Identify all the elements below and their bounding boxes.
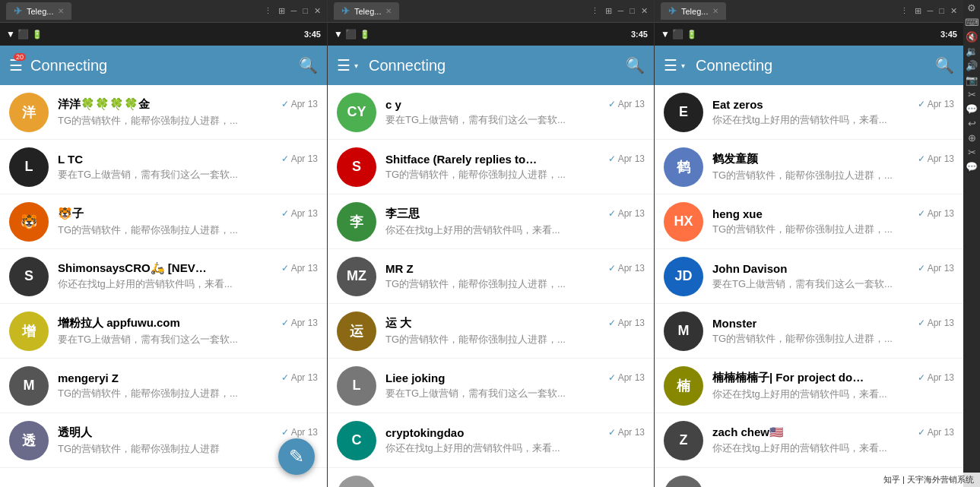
tab-close-middle[interactable]: ✕ xyxy=(385,7,392,15)
chrome-maximize-middle[interactable]: □ xyxy=(630,6,635,16)
fab-left[interactable]: ✎ xyxy=(278,438,315,475)
menu-icon-right[interactable]: ☰ ▾ xyxy=(664,56,688,74)
menu-icon-middle[interactable]: ☰ ▾ xyxy=(337,56,361,74)
search-icon-middle[interactable]: 🔍 xyxy=(626,56,645,74)
chat-preview-left-3: 你还在找tg上好用的营销软件吗，来看... xyxy=(58,277,318,291)
ctrl-mute[interactable]: 🔇 xyxy=(966,32,978,42)
chat-item-middle-7[interactable]: AlAl✓Apr 13 xyxy=(328,468,654,487)
chat-item-middle-1[interactable]: SShitface (Rarely replies to DMs)✓Apr 13… xyxy=(328,140,654,194)
search-icon-left[interactable]: 🔍 xyxy=(299,56,318,74)
chat-preview-middle-2: 你还在找tg上好用的营销软件吗，来看... xyxy=(385,223,645,237)
check-mark-right-2: ✓ xyxy=(918,208,925,219)
chat-header-row-left-0: 洋洋🍀🍀🍀🍀金✓Apr 13 xyxy=(58,97,318,112)
ctrl-cam[interactable]: 📷 xyxy=(966,75,978,85)
chat-item-left-3[interactable]: SShimonsaysCRO🛵 [NEVER D...✓Apr 13你还在找tg… xyxy=(0,249,327,304)
chat-name-middle-3: MR Z xyxy=(385,262,414,275)
header-title-left: Connecting xyxy=(30,57,291,74)
chat-item-right-5[interactable]: 楠楠楠楠楠子| For project dockin...✓Apr 13你还在找… xyxy=(655,359,963,413)
tab-telegram-middle[interactable]: ✈ Teleg... ✕ xyxy=(334,2,399,20)
chat-item-middle-3[interactable]: MZMR Z✓Apr 13TG的营销软件，能帮你强制拉人进群，... xyxy=(328,249,654,304)
chat-item-left-4[interactable]: 增增粉拉人 appfuwu.com✓Apr 13要在TG上做营销，需有我们这么一… xyxy=(0,304,327,359)
chrome-new-tab-right[interactable]: ⊞ xyxy=(915,6,921,16)
ctrl-add[interactable]: ⊕ xyxy=(968,133,976,143)
chat-preview-left-2: TG的营销软件，能帮你强制拉人进群，... xyxy=(58,223,318,237)
chrome-new-tab-middle[interactable]: ⊞ xyxy=(605,6,612,16)
chrome-close-right[interactable]: ✕ xyxy=(950,6,957,16)
chat-content-middle-2: 李三思✓Apr 13你还在找tg上好用的营销软件吗，来看... xyxy=(385,207,645,237)
date-text-left-4: Apr 13 xyxy=(291,318,318,328)
chat-item-middle-2[interactable]: 李李三思✓Apr 13你还在找tg上好用的营销软件吗，来看... xyxy=(328,194,654,249)
chat-preview-right-2: TG的营销软件，能帮你强制拉人进群，... xyxy=(712,223,954,236)
chat-item-left-0[interactable]: 洋洋洋🍀🍀🍀🍀金✓Apr 13TG的营销软件，能帮你强制拉人进群，... xyxy=(0,85,327,140)
chat-item-left-5[interactable]: Mmengeryi Z✓Apr 13TG的营销软件，能帮你强制拉人进群，... xyxy=(0,359,327,413)
chat-name-right-2: heng xue xyxy=(712,207,763,220)
chrome-close-left[interactable]: ✕ xyxy=(314,6,321,16)
chat-name-right-6: zach chew🇺🇸 xyxy=(712,425,784,439)
ctrl-gear[interactable]: ⚙ xyxy=(967,3,976,13)
chat-item-right-3[interactable]: JDJohn Davison✓Apr 13要在TG上做营销，需有我们这么一套软.… xyxy=(655,249,963,304)
ctrl-chat2[interactable]: 💬 xyxy=(966,162,978,172)
chat-item-middle-4[interactable]: 运运 大✓Apr 13TG的营销软件，能帮你强制拉人进群，... xyxy=(328,304,654,359)
tab-telegram-left[interactable]: ✈ Teleg... ✕ xyxy=(6,2,71,20)
menu-badge-middle: ▾ xyxy=(350,62,361,70)
chat-preview-right-3: 要在TG上做营销，需有我们这么一套软... xyxy=(712,277,954,291)
chrome-maximize-left[interactable]: □ xyxy=(303,6,308,16)
date-text-right-6: Apr 13 xyxy=(928,427,954,438)
wifi-icon-middle: ▼ ⬛ xyxy=(334,29,357,40)
chat-item-right-2[interactable]: HXheng xue✓Apr 13TG的营销软件，能帮你强制拉人进群，... xyxy=(655,194,963,249)
chrome-menu-right[interactable]: ⋮ xyxy=(900,6,909,16)
chat-item-right-4[interactable]: MMonster✓Apr 13TG的营销软件，能帮你强制拉人进群，... xyxy=(655,304,963,359)
chat-content-right-6: zach chew🇺🇸✓Apr 13你还在找tg上好用的营销软件吗，来看... xyxy=(712,425,954,455)
chrome-menu-middle[interactable]: ⋮ xyxy=(591,6,599,16)
panel-middle: ✈ Teleg... ✕ ⋮ ⊞ ─ □ ✕ ▼ ⬛ 🔋 3:45 xyxy=(327,0,654,487)
tab-telegram-right[interactable]: ✈ Teleg... ✕ xyxy=(661,2,726,20)
check-mark-left-5: ✓ xyxy=(281,372,289,383)
chat-content-left-1: L TC✓Apr 13要在TG上做营销，需有我们这么一套软... xyxy=(58,153,318,182)
ctrl-scissors[interactable]: ✂ xyxy=(968,90,976,100)
chat-name-right-1: 鹤发童颜 xyxy=(712,152,758,166)
chat-header-row-right-4: Monster✓Apr 13 xyxy=(712,317,954,330)
chrome-menu-left[interactable]: ⋮ xyxy=(264,6,272,16)
chrome-minimize-middle[interactable]: ─ xyxy=(618,6,624,16)
check-mark-left-6: ✓ xyxy=(281,427,289,438)
telegram-logo-middle: ✈ xyxy=(341,5,350,17)
chat-item-middle-6[interactable]: Ccryptokingdao✓Apr 13你还在找tg上好用的营销软件吗，来看.… xyxy=(328,413,654,468)
search-icon-right[interactable]: 🔍 xyxy=(935,56,954,74)
chat-item-right-6[interactable]: Zzach chew🇺🇸✓Apr 13你还在找tg上好用的营销软件吗，来看... xyxy=(655,413,963,468)
chat-item-left-1[interactable]: LL TC✓Apr 13要在TG上做营销，需有我们这么一套软... xyxy=(0,140,327,194)
chat-name-left-5: mengeryi Z xyxy=(58,372,119,384)
chat-item-right-1[interactable]: 鹤鹤发童颜✓Apr 13TG的营销软件，能帮你强制拉人进群，... xyxy=(655,140,963,194)
check-mark-middle-2: ✓ xyxy=(608,208,616,219)
ctrl-chat[interactable]: 💬 xyxy=(966,104,978,114)
check-mark-right-0: ✓ xyxy=(918,99,925,109)
chat-item-middle-0[interactable]: CYc y✓Apr 13要在TG上做营销，需有我们这么一套软... xyxy=(328,85,654,140)
avatar-right-5: 楠 xyxy=(664,366,703,406)
chrome-minimize-right[interactable]: ─ xyxy=(928,6,934,16)
menu-icon-left[interactable]: ☰ 20 xyxy=(9,56,23,74)
chat-item-left-2[interactable]: 🐯🐯子✓Apr 13TG的营销软件，能帮你强制拉人进群，... xyxy=(0,194,327,249)
check-mark-right-4: ✓ xyxy=(918,318,925,328)
chat-date-middle-4: ✓Apr 13 xyxy=(608,318,645,328)
chat-preview-left-1: 要在TG上做营销，需有我们这么一套软... xyxy=(58,168,318,182)
chat-header-row-middle-3: MR Z✓Apr 13 xyxy=(385,262,645,275)
chrome-minimize-left[interactable]: ─ xyxy=(291,6,297,16)
tab-close-left[interactable]: ✕ xyxy=(58,7,64,15)
ctrl-scissors2[interactable]: ✂ xyxy=(968,147,976,157)
chat-date-right-5: ✓Apr 13 xyxy=(918,372,954,383)
tab-close-right[interactable]: ✕ xyxy=(712,7,718,15)
tab-label-middle: Teleg... xyxy=(354,7,381,16)
ctrl-back[interactable]: ↩ xyxy=(968,119,976,128)
chat-preview-middle-0: 要在TG上做营销，需有我们这么一套软... xyxy=(385,113,645,127)
chat-content-left-0: 洋洋🍀🍀🍀🍀金✓Apr 13TG的营销软件，能帮你强制拉人进群，... xyxy=(58,97,318,128)
ctrl-vol-down[interactable]: 🔉 xyxy=(966,46,978,56)
window-chrome-middle: ✈ Teleg... ✕ ⋮ ⊞ ─ □ ✕ xyxy=(328,0,654,23)
avatar-left-4: 增 xyxy=(9,311,49,351)
chrome-maximize-right[interactable]: □ xyxy=(939,6,944,16)
ctrl-vol-up[interactable]: 🔊 xyxy=(966,61,978,71)
chrome-close-middle[interactable]: ✕ xyxy=(641,6,648,16)
chat-item-right-0[interactable]: EEat zeros✓Apr 13你还在找tg上好用的营销软件吗，来看... xyxy=(655,85,963,140)
ctrl-keyboard[interactable]: ⌨ xyxy=(965,17,979,27)
chat-header-row-middle-0: c y✓Apr 13 xyxy=(385,98,645,111)
chrome-new-tab-left[interactable]: ⊞ xyxy=(278,6,285,16)
chat-item-middle-5[interactable]: LLiee joking✓Apr 13要在TG上做营销，需有我们这么一套软... xyxy=(328,359,654,413)
